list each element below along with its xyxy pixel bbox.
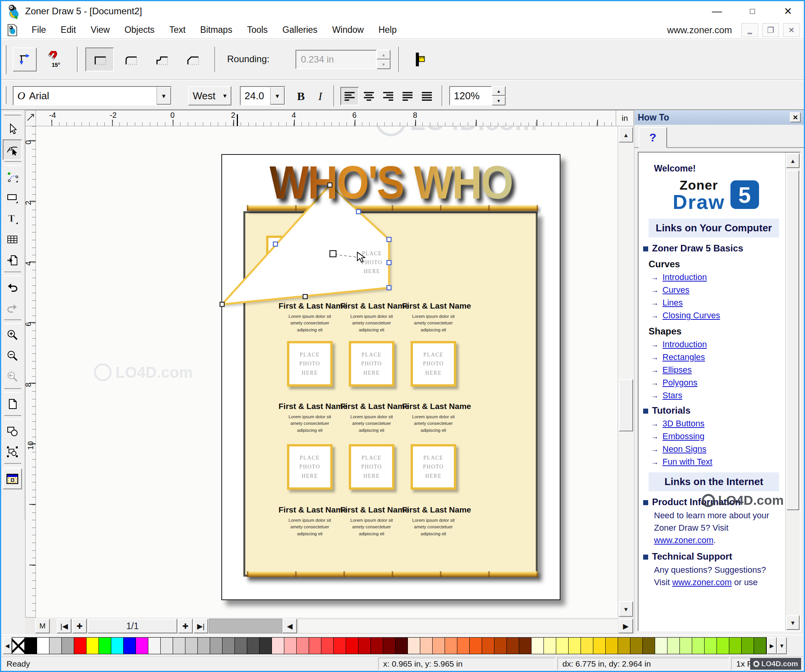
howto-link[interactable]: Embossing [662,431,705,441]
zoom-level-input[interactable]: 120% [449,86,492,105]
howto-link[interactable]: Curves [662,285,690,295]
howto-link[interactable]: 3D Buttons [662,419,705,429]
close-icon[interactable]: ✕ [781,5,795,18]
color-swatch[interactable] [618,638,630,654]
color-swatch[interactable] [630,638,643,654]
color-swatch[interactable] [111,638,124,654]
spin-down-icon[interactable]: ▼ [377,59,391,69]
color-swatch-none[interactable] [12,638,25,654]
color-swatch[interactable] [705,638,717,654]
howto-link[interactable]: Polygons [662,378,698,388]
hscrollbar-track[interactable] [298,619,618,633]
color-swatch[interactable] [383,638,396,654]
toolbar-grip[interactable] [3,86,7,104]
scroll-down-icon[interactable]: ▼ [786,615,800,630]
menu-item-bitmaps[interactable]: Bitmaps [193,22,239,37]
color-swatch[interactable] [235,638,247,654]
color-swatch[interactable] [581,638,593,654]
color-swatch[interactable] [569,638,581,654]
color-swatch[interactable] [87,638,99,654]
color-swatch[interactable] [210,638,222,654]
color-swatch[interactable] [185,638,198,654]
menu-item-file[interactable]: File [24,22,53,37]
photo-placeholder-box[interactable]: PLACEPHOTOHERE [411,444,456,490]
corner-square-button[interactable] [85,48,114,71]
angle-constraint-button[interactable]: 15° [39,48,65,71]
add-page-before-button[interactable]: ✚ [72,619,87,633]
font-size-select[interactable]: 24.0 ▼ [240,86,285,105]
color-swatch[interactable] [754,638,766,654]
window-options-button[interactable] [3,468,22,489]
zoom-out-tool-button[interactable] [3,346,22,367]
menu-item-view[interactable]: View [83,22,117,37]
node-edit-tool-button[interactable] [3,139,22,160]
color-swatch[interactable] [482,638,494,654]
color-swatch[interactable] [222,638,235,654]
color-swatch[interactable] [321,638,334,654]
document-page[interactable]: WHO'S WHO First & Last NameLorem ipsum d… [221,154,560,600]
horizontal-ruler[interactable]: -4-202468 [36,110,616,126]
howto-link[interactable]: Neon Signs [662,444,706,454]
color-swatch[interactable] [408,638,420,654]
color-swatch[interactable] [433,638,445,654]
palette-grip[interactable] [4,112,21,115]
color-swatch[interactable] [729,638,742,654]
color-swatch[interactable] [161,638,173,654]
spin-down-icon[interactable]: ▼ [492,96,506,105]
align-justify-button[interactable] [398,87,417,105]
color-swatch[interactable] [272,638,284,654]
color-swatch[interactable] [247,638,260,654]
vertical-scrollbar[interactable]: ▲ ▼ [618,126,634,618]
zoom-previous-button[interactable] [3,367,22,387]
undo-button[interactable] [3,277,22,298]
howto-inline-link[interactable]: www.zoner.com [654,535,713,545]
rectangle-tool-button[interactable] [3,187,22,208]
scroll-right-icon[interactable]: ▶ [618,619,633,633]
menu-item-tools[interactable]: Tools [239,22,275,37]
color-swatch[interactable] [74,638,87,654]
color-swatch[interactable] [124,638,136,654]
color-swatch[interactable] [593,638,606,654]
scrollbar-thumb[interactable] [786,170,799,510]
howto-link[interactable]: Introduction [662,339,707,350]
color-swatch[interactable] [309,638,321,654]
shape-node-handle[interactable] [273,242,278,247]
photo-placeholder-box[interactable]: PLACEPHOTOHERE [287,341,333,387]
menu-item-galleries[interactable]: Galleries [275,22,325,37]
color-swatch[interactable] [99,638,111,654]
photo-placeholder-box[interactable]: PLACEPHOTOHERE [287,444,333,490]
palette-scroll-right-icon[interactable]: ▶ [767,637,777,654]
document-headline[interactable]: WHO'S WHO [270,155,513,209]
corner-chamfer-button[interactable] [178,48,207,71]
color-swatch[interactable] [445,638,457,654]
howto-link[interactable]: Lines [662,298,683,308]
color-swatch[interactable] [532,638,544,654]
color-swatch[interactable] [680,638,692,654]
scrollbar-thumb[interactable] [619,379,633,431]
photo-placeholder-box[interactable]: PLACEPHOTOHERE [411,341,456,387]
doc-restore-icon[interactable]: ❐ [762,23,779,37]
color-swatch[interactable] [62,638,74,654]
bold-button[interactable]: B [292,87,310,105]
color-swatch[interactable] [519,638,532,654]
zoner-url-link[interactable]: www.zoner.com [667,25,732,36]
howto-titlebar[interactable]: How To ✕ [635,110,804,125]
color-swatch[interactable] [643,638,655,654]
chevron-down-icon[interactable]: ▼ [270,87,285,105]
color-swatch[interactable] [692,638,705,654]
shape-node-handle[interactable] [387,285,392,290]
measure-tool-button[interactable] [405,48,430,71]
shape-node-handle[interactable] [356,209,361,214]
photo-placeholder-box[interactable]: PLACEPHOTOHERE [349,341,394,387]
photo-placeholder-box[interactable]: PLACEPHOTOHERE [349,444,394,490]
color-swatch[interactable] [260,638,272,654]
drawing-canvas[interactable]: LO4D.com LO4D.com WHO'S WHO First & Last… [36,126,618,618]
zoom-spinner[interactable]: ▲ ▼ [492,86,506,105]
color-swatch[interactable] [470,638,482,654]
color-swatch[interactable] [198,638,210,654]
menu-item-objects[interactable]: Objects [117,22,162,37]
chevron-down-icon[interactable]: ▼ [156,87,171,105]
align-right-button[interactable] [379,87,397,105]
color-swatch[interactable] [655,638,667,654]
transform-button[interactable] [3,441,22,462]
